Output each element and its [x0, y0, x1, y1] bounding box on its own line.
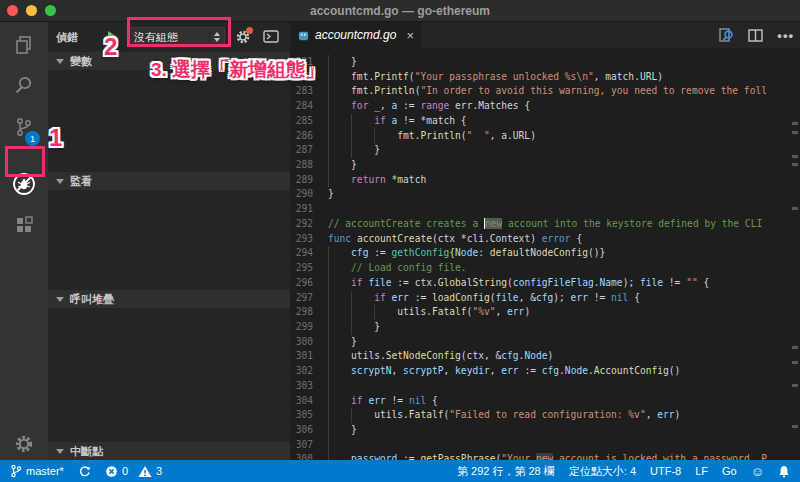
problems-status[interactable]: 0 3 — [105, 465, 162, 478]
tab-close-icon[interactable]: × — [406, 29, 414, 42]
activity-bar: 1 — [0, 22, 48, 460]
watch-section-header[interactable]: 監看 — [48, 172, 290, 190]
debug-configure-gear-icon[interactable] — [235, 29, 251, 45]
search-icon[interactable] — [0, 68, 48, 102]
overview-ruler[interactable] — [790, 22, 800, 460]
code-line[interactable]: 300} — [290, 335, 800, 350]
title-bar: accountcmd.go — go-ethereum — [0, 0, 800, 22]
sync-icon — [78, 465, 91, 478]
code-line[interactable]: 289return *match — [290, 173, 800, 188]
error-icon — [105, 465, 118, 478]
close-window-button[interactable] — [7, 5, 18, 16]
git-branch-status[interactable]: master* — [10, 464, 64, 478]
code-line[interactable]: 295// Load config file. — [290, 261, 800, 276]
tab-accountcmd[interactable]: accountcmd.go × — [290, 22, 422, 48]
eol-status[interactable]: LF — [695, 465, 708, 477]
chevron-down-icon — [56, 59, 64, 64]
chevron-down-icon — [56, 297, 64, 302]
code-area[interactable]: 281}282fmt.Printf("Your passphrase unloc… — [290, 48, 800, 460]
open-changes-icon[interactable] — [718, 28, 734, 43]
code-line[interactable]: 290} — [290, 187, 800, 202]
watch-section-label: 監看 — [70, 174, 92, 189]
chevron-down-icon — [56, 179, 64, 184]
code-line[interactable]: 292// accountCreate creates a new accoun… — [290, 217, 800, 232]
code-line[interactable]: 307 — [290, 438, 800, 453]
editor-group: accountcmd.go × ••• 281}282fmt.Printf("Y… — [290, 22, 800, 460]
split-editor-icon[interactable] — [748, 29, 763, 42]
status-bar: master* 0 3 第 292 行，第 28 欄 定位點大小: 4 UTF-… — [0, 460, 800, 482]
language-mode[interactable]: Go — [722, 465, 737, 477]
cursor-position[interactable]: 第 292 行，第 28 欄 — [457, 464, 555, 479]
code-line[interactable]: 293func accountCreate(ctx *cli.Context) … — [290, 232, 800, 247]
variables-section-header[interactable]: 變數 — [48, 52, 290, 70]
debug-toolbar: 偵錯 沒有組態 — [48, 22, 290, 52]
notifications-bell-icon[interactable] — [778, 465, 790, 478]
warning-count: 3 — [156, 465, 162, 477]
source-control-badge: 1 — [25, 131, 40, 146]
code-line[interactable]: 288} — [290, 158, 800, 173]
indentation-status[interactable]: 定位點大小: 4 — [569, 464, 636, 479]
encoding-status[interactable]: UTF-8 — [650, 465, 681, 477]
feedback-smiley-icon[interactable]: ☺ — [751, 465, 764, 478]
code-line[interactable]: 287} — [290, 143, 800, 158]
code-lines: 281}282fmt.Printf("Your passphrase unloc… — [290, 55, 800, 460]
git-branch-icon — [10, 464, 22, 478]
debug-sidebar: 偵錯 沒有組態 變數 監看 呼叫堆疊 — [48, 22, 290, 460]
debug-panel-title: 偵錯 — [56, 30, 78, 45]
tab-bar: accountcmd.go × ••• — [290, 22, 800, 48]
start-debug-button[interactable] — [108, 31, 117, 43]
breakpoints-section-header[interactable]: 中斷點 — [48, 442, 290, 460]
tab-label: accountcmd.go — [315, 28, 396, 42]
code-line[interactable]: 297if err := loadConfig(file, &cfg); err… — [290, 291, 800, 306]
variables-section-label: 變數 — [70, 54, 92, 69]
code-line[interactable]: 291 — [290, 202, 800, 217]
callstack-section-label: 呼叫堆疊 — [70, 292, 114, 307]
window-title: accountcmd.go — go-ethereum — [310, 4, 490, 18]
code-line[interactable]: 296if file := ctx.GlobalString(configFil… — [290, 276, 800, 291]
code-line[interactable]: 285if a != *match { — [290, 114, 800, 129]
window-controls — [7, 5, 56, 16]
code-line[interactable]: 298utils.Fatalf("%v", err) — [290, 305, 800, 320]
code-line[interactable]: 301utils.SetNodeConfig(ctx, &cfg.Node) — [290, 349, 800, 364]
callstack-section-header[interactable]: 呼叫堆疊 — [48, 290, 290, 308]
source-control-icon[interactable]: 1 — [0, 110, 48, 144]
debug-config-value: 沒有組態 — [134, 30, 178, 45]
code-line[interactable]: 303 — [290, 379, 800, 394]
code-line[interactable]: 308password := getPassPhrase("Your new a… — [290, 452, 800, 460]
code-line[interactable]: 286fmt.Println(" ", a.URL) — [290, 129, 800, 144]
code-line[interactable]: 306} — [290, 423, 800, 438]
sync-button[interactable] — [78, 465, 91, 478]
code-line[interactable]: 281} — [290, 55, 800, 70]
extensions-icon[interactable] — [0, 208, 48, 242]
debug-icon[interactable] — [0, 167, 48, 201]
editor-actions: ••• — [718, 22, 794, 48]
zoom-window-button[interactable] — [45, 5, 56, 16]
minimize-window-button[interactable] — [26, 5, 37, 16]
explorer-icon[interactable] — [0, 28, 48, 62]
code-line[interactable]: 282fmt.Printf("Your passphrase unlocked … — [290, 70, 800, 85]
code-line[interactable]: 305utils.Fatalf("Failed to read configur… — [290, 408, 800, 423]
code-line[interactable]: 302scryptN, scryptP, keydir, err := cfg.… — [290, 364, 800, 379]
error-count: 0 — [122, 465, 128, 477]
code-line[interactable]: 304if err != nil { — [290, 394, 800, 409]
gear-notification-dot — [246, 27, 253, 34]
branch-name: master* — [26, 465, 64, 477]
debug-config-dropdown[interactable]: 沒有組態 — [129, 27, 225, 47]
code-line[interactable]: 299} — [290, 320, 800, 335]
go-file-icon — [298, 29, 309, 42]
settings-gear-icon[interactable] — [0, 427, 48, 461]
debug-console-icon[interactable] — [263, 30, 279, 45]
breakpoints-section-label: 中斷點 — [70, 444, 103, 459]
code-line[interactable]: 283fmt.Println("In order to avoid this w… — [290, 84, 800, 99]
dropdown-arrows-icon — [209, 32, 220, 42]
watch-section-body — [48, 190, 290, 290]
callstack-section-body — [48, 308, 290, 442]
warning-icon — [138, 465, 152, 478]
vscode-window: accountcmd.go — go-ethereum 1 偵錯 沒有組態 — [0, 0, 800, 482]
code-line[interactable]: 284for _, a := range err.Matches { — [290, 99, 800, 114]
code-line[interactable]: 294cfg := gethConfig{Node: defaultNodeCo… — [290, 246, 800, 261]
variables-section-body — [48, 70, 290, 172]
chevron-down-icon — [56, 449, 64, 454]
